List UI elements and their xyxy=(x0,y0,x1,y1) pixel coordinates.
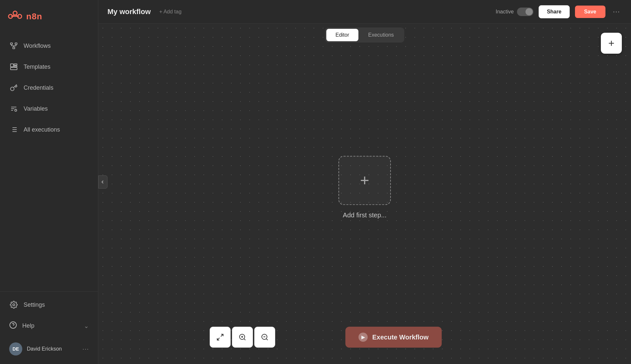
sidebar-bottom: Settings Help ⌄ DE David Erickson ⋯ xyxy=(0,291,98,364)
header: My workflow + Add tag Inactive Share Sav… xyxy=(98,0,631,24)
inactive-label: Inactive xyxy=(496,9,514,15)
user-menu[interactable]: DE David Erickson ⋯ xyxy=(0,337,98,361)
svg-line-28 xyxy=(217,338,220,340)
svg-rect-8 xyxy=(13,47,15,49)
share-button[interactable]: Share xyxy=(539,5,569,18)
credentials-icon xyxy=(9,83,18,92)
sidebar-item-label-templates: Templates xyxy=(24,64,50,70)
svg-point-17 xyxy=(15,109,17,111)
logo-text: n8n xyxy=(26,11,42,22)
svg-rect-14 xyxy=(14,64,17,65)
tabs-bar: Editor Executions xyxy=(325,27,404,43)
avatar: DE xyxy=(9,342,22,355)
sidebar-nav: Workflows Templates Credentials xyxy=(0,33,98,291)
execute-workflow-label: Execute Workflow xyxy=(372,334,429,341)
more-options-button[interactable]: ⋯ xyxy=(611,6,622,18)
svg-rect-7 xyxy=(15,43,17,45)
sidebar-item-all-executions[interactable]: All executions xyxy=(0,119,98,140)
workflow-canvas[interactable]: + Add first step... + xyxy=(98,24,631,364)
execute-workflow-button[interactable]: ▶ Execute Workflow xyxy=(345,327,442,348)
sidebar-item-label-settings: Settings xyxy=(24,301,45,308)
help-icon xyxy=(9,321,17,331)
executions-icon xyxy=(9,125,18,134)
add-step-container: + Add first step... xyxy=(338,156,391,219)
svg-rect-15 xyxy=(14,66,17,67)
toggle-knob xyxy=(526,8,533,15)
user-more-icon[interactable]: ⋯ xyxy=(82,345,89,353)
sidebar-item-credentials[interactable]: Credentials xyxy=(0,77,98,98)
sidebar-item-templates[interactable]: Templates xyxy=(0,56,98,77)
svg-point-2 xyxy=(13,11,17,15)
svg-rect-6 xyxy=(10,43,12,45)
add-step-box[interactable]: + xyxy=(338,156,391,205)
inactive-toggle: Inactive xyxy=(496,8,533,16)
chevron-down-icon: ⌄ xyxy=(84,322,89,330)
sidebar-item-workflows[interactable]: Workflows xyxy=(0,35,98,56)
fit-view-button[interactable] xyxy=(210,327,231,348)
user-name: David Erickson xyxy=(27,346,78,352)
sidebar-item-help[interactable]: Help ⌄ xyxy=(0,315,98,337)
sidebar-collapse-button[interactable] xyxy=(98,175,107,189)
sidebar: n8n Workflows xyxy=(0,0,98,364)
play-icon: ▶ xyxy=(358,333,368,342)
svg-point-24 xyxy=(13,304,15,306)
canvas-add-button[interactable]: + xyxy=(601,33,622,54)
save-button[interactable]: Save xyxy=(575,6,605,18)
sidebar-item-variables[interactable]: Variables xyxy=(0,98,98,119)
main-content: My workflow + Add tag Inactive Share Sav… xyxy=(98,0,631,364)
zoom-out-button[interactable] xyxy=(254,327,275,348)
tab-editor[interactable]: Editor xyxy=(326,29,358,41)
help-left: Help xyxy=(9,321,34,331)
sidebar-item-label-variables: Variables xyxy=(24,105,48,112)
workflow-title: My workflow xyxy=(107,8,151,16)
settings-icon xyxy=(9,300,18,309)
sidebar-item-label-credentials: Credentials xyxy=(24,84,53,91)
add-step-plus-icon: + xyxy=(360,173,369,188)
zoom-in-button[interactable] xyxy=(232,327,253,348)
add-tag-button[interactable]: + Add tag xyxy=(156,7,185,17)
tab-executions[interactable]: Executions xyxy=(359,29,403,41)
sidebar-item-label-workflows: Workflows xyxy=(24,43,51,49)
add-step-label: Add first step... xyxy=(343,211,386,219)
variables-icon xyxy=(9,104,18,113)
canvas-toolbar xyxy=(210,327,275,348)
svg-line-34 xyxy=(266,339,268,340)
toggle-switch[interactable] xyxy=(517,8,533,16)
n8n-logo-icon xyxy=(8,9,22,24)
svg-line-27 xyxy=(221,334,223,337)
svg-line-30 xyxy=(244,339,245,340)
sidebar-item-label-help: Help xyxy=(22,322,34,329)
workflows-icon xyxy=(9,41,18,50)
logo-area: n8n xyxy=(0,0,98,33)
sidebar-item-settings[interactable]: Settings xyxy=(0,294,98,315)
templates-icon xyxy=(9,62,18,71)
sidebar-item-label-all-executions: All executions xyxy=(24,126,60,133)
svg-rect-13 xyxy=(10,64,13,67)
svg-rect-16 xyxy=(10,67,17,70)
